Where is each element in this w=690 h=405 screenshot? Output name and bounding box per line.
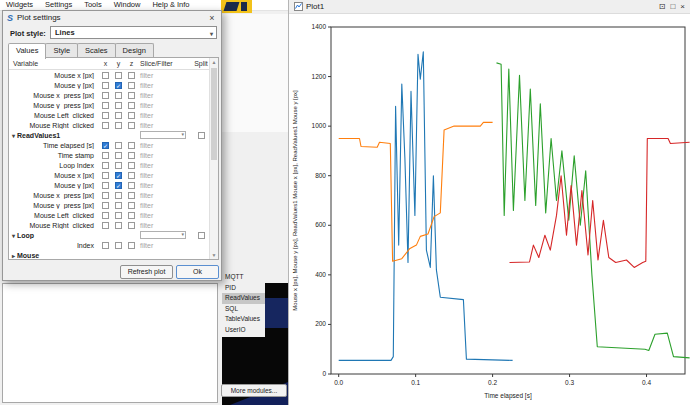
module-item-mqtt[interactable]: MQTT: [222, 272, 265, 283]
table-row[interactable]: Time elapsed [s]✓filter: [9, 140, 209, 150]
filter-link[interactable]: filter: [140, 142, 153, 149]
table-row[interactable]: ▾ReadValues1▾: [9, 130, 209, 140]
checkbox-y[interactable]: [115, 142, 122, 149]
table-row[interactable]: Mouse y [px]✓filter: [9, 180, 209, 190]
checkbox-y[interactable]: [115, 222, 122, 229]
filter-link[interactable]: filter: [140, 122, 153, 129]
checkbox-x[interactable]: [102, 182, 109, 189]
empty-list-panel[interactable]: [2, 283, 218, 403]
checkbox-z[interactable]: [128, 102, 135, 109]
checkbox-z[interactable]: [128, 92, 135, 99]
table-row[interactable]: Time stampfilter: [9, 150, 209, 160]
group-label[interactable]: ▸Mouse: [9, 252, 99, 259]
module-item-readvalues[interactable]: ReadValues: [222, 293, 265, 304]
checkbox-y[interactable]: [115, 102, 122, 109]
filter-link[interactable]: filter: [140, 172, 153, 179]
menu-help-info[interactable]: Help & Info: [146, 0, 195, 10]
checkbox-x[interactable]: [102, 82, 109, 89]
tab-scales[interactable]: Scales: [77, 43, 116, 58]
checkbox-y[interactable]: [115, 192, 122, 199]
filter-link[interactable]: filter: [140, 112, 153, 119]
table-row[interactable]: ▾Loop▾: [9, 230, 209, 240]
module-item-pid[interactable]: PID: [222, 283, 265, 294]
checkbox-y[interactable]: [115, 92, 122, 99]
checkbox-z[interactable]: [128, 212, 135, 219]
dialog-titlebar[interactable]: S Plot settings ×: [3, 11, 221, 24]
filter-link[interactable]: filter: [140, 102, 153, 109]
checkbox-y[interactable]: [115, 162, 122, 169]
checkbox-x[interactable]: [102, 222, 109, 229]
more-modules-button[interactable]: More modules...: [221, 384, 287, 397]
module-item-tablevalues[interactable]: TableValues: [222, 314, 265, 325]
checkbox-x[interactable]: [102, 152, 109, 159]
table-row[interactable]: Mouse Left_clickedfilter: [9, 110, 209, 120]
checkbox-y[interactable]: ✓: [115, 172, 122, 179]
checkbox-y[interactable]: [115, 72, 122, 79]
table-row[interactable]: Mouse Right_clickedfilter: [9, 120, 209, 130]
table-row[interactable]: Mouse x [px]filter: [9, 70, 209, 80]
table-scrollbar[interactable]: ▲ ▼: [209, 58, 218, 259]
table-row[interactable]: Mouse Left_clickedfilter: [9, 210, 209, 220]
checkbox-y[interactable]: [115, 112, 122, 119]
table-row[interactable]: Mouse Right_clickedfilter: [9, 220, 209, 230]
checkbox-y[interactable]: ✓: [115, 182, 122, 189]
table-row[interactable]: Mouse y [px]✓filter: [9, 80, 209, 90]
checkbox-x[interactable]: [102, 92, 109, 99]
table-row[interactable]: Mouse y_press [px]filter: [9, 100, 209, 110]
close-icon[interactable]: ×: [680, 2, 685, 11]
checkbox-x[interactable]: [102, 202, 109, 209]
checkbox-z[interactable]: [128, 192, 135, 199]
checkbox-z[interactable]: [128, 162, 135, 169]
plot-style-dropdown[interactable]: Lines ▾: [50, 26, 217, 39]
checkbox-x[interactable]: [102, 162, 109, 169]
checkbox-y[interactable]: [115, 202, 122, 209]
ok-button[interactable]: Ok: [176, 265, 219, 279]
table-row[interactable]: Loop Indexfilter: [9, 160, 209, 170]
filter-link[interactable]: filter: [140, 182, 153, 189]
dock-icon[interactable]: ⊡: [659, 2, 666, 11]
checkbox-x[interactable]: [102, 192, 109, 199]
chevron-down-icon[interactable]: ▾: [12, 233, 15, 239]
module-item-userio[interactable]: UserIO: [222, 325, 265, 336]
checkbox-z[interactable]: [128, 82, 135, 89]
group-label[interactable]: ▾Loop: [9, 232, 99, 239]
checkbox-x[interactable]: [102, 102, 109, 109]
table-row[interactable]: Mouse x_press [px]filter: [9, 190, 209, 200]
filter-link[interactable]: filter: [140, 242, 153, 249]
checkbox-z[interactable]: [128, 72, 135, 79]
table-row[interactable]: Mouse y_press [px]filter: [9, 200, 209, 210]
filter-link[interactable]: filter: [140, 222, 153, 229]
group-label[interactable]: ▾ReadValues1: [9, 132, 99, 139]
slice-dropdown[interactable]: ▾: [140, 231, 186, 239]
refresh-plot-button[interactable]: Refresh plot: [120, 265, 173, 279]
split-checkbox[interactable]: [198, 132, 205, 139]
filter-link[interactable]: filter: [140, 212, 153, 219]
module-item-sql[interactable]: SQL: [222, 304, 265, 315]
checkbox-x[interactable]: [102, 242, 109, 249]
checkbox-z[interactable]: [128, 202, 135, 209]
menu-tools[interactable]: Tools: [78, 0, 108, 10]
scrollbar-thumb[interactable]: [211, 68, 217, 160]
checkbox-x[interactable]: [102, 212, 109, 219]
table-row[interactable]: Mouse x_press [px]filter: [9, 90, 209, 100]
table-row[interactable]: Indexfilter: [9, 240, 209, 250]
filter-link[interactable]: filter: [140, 82, 153, 89]
filter-link[interactable]: filter: [140, 152, 153, 159]
filter-link[interactable]: filter: [140, 192, 153, 199]
checkbox-z[interactable]: [128, 182, 135, 189]
plot-canvas[interactable]: 0.00.10.20.30.40200400600800100012001400…: [289, 14, 690, 405]
checkbox-z[interactable]: [128, 222, 135, 229]
filter-link[interactable]: filter: [140, 162, 153, 169]
menu-widgets[interactable]: Widgets: [0, 0, 39, 10]
checkbox-y[interactable]: ✓: [115, 82, 122, 89]
maximize-icon[interactable]: □: [670, 2, 675, 11]
chevron-down-icon[interactable]: ▾: [12, 133, 15, 139]
checkbox-x[interactable]: [102, 172, 109, 179]
close-icon[interactable]: ×: [207, 13, 217, 23]
checkbox-y[interactable]: [115, 212, 122, 219]
menu-window[interactable]: Window: [108, 0, 147, 10]
tab-values[interactable]: Values: [8, 43, 46, 59]
table-row[interactable]: ▸Mouse: [9, 250, 209, 260]
scroll-up-icon[interactable]: ▲: [210, 59, 218, 65]
scroll-down-icon[interactable]: ▼: [210, 252, 218, 258]
